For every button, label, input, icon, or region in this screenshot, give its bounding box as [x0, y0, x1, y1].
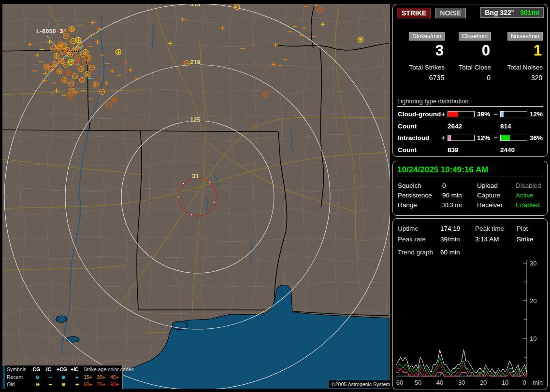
receiver-label: Receiver — [477, 200, 516, 210]
status-panel: 10/24/2025 10:49:16 AM Squelch 0 Upload … — [392, 161, 548, 216]
age-45: 45+ — [110, 374, 123, 381]
total-close-value: 0 — [449, 74, 491, 82]
ic-pos-pct: 12% — [475, 134, 494, 141]
svg-text:30: 30 — [458, 379, 465, 386]
strike-stats-panel: STRIKENOISE Bng 322°301mi Strikes/min Cl… — [392, 4, 548, 157]
ic-neg-pct: 36% — [527, 134, 544, 141]
lightning-type-distribution: Lightning type distribution Cloud-ground… — [393, 98, 547, 157]
svg-text:50: 50 — [415, 379, 421, 386]
persistence-label: Persistence — [398, 191, 442, 200]
trend-graph: 1020306050403020100min — [393, 257, 547, 389]
cg-neg-count: 814 — [500, 123, 527, 130]
plus-sign: + — [441, 134, 448, 141]
recent-cg-neg-icon: ⊖ — [31, 374, 44, 381]
cg-pos-count: 2642 — [448, 123, 475, 130]
svg-text:10: 10 — [502, 379, 508, 386]
svg-text:10: 10 — [530, 335, 536, 342]
trend-graph-window: 60 min — [440, 249, 542, 256]
old-cg-neg-icon: ⊖ — [31, 381, 44, 389]
plot-mode-value: Strike — [517, 234, 542, 245]
range-value: 313 mi — [442, 200, 477, 210]
age-15: 15+ — [84, 374, 97, 381]
legend-symbols-header: Symbols — [7, 366, 31, 374]
uptime-value: 174:19 — [440, 224, 475, 234]
total-strikes-label: Total Strikes — [398, 64, 445, 71]
age-60: 60+ — [84, 381, 97, 389]
capture-label: Capture — [477, 191, 516, 200]
legend-col-ic-pos: +IC — [71, 366, 84, 374]
upload-label: Upload — [477, 181, 516, 191]
svg-text:31: 31 — [192, 172, 199, 180]
noises-per-min-chip: Noises/min — [507, 32, 543, 41]
plus-sign: + — [441, 111, 448, 118]
legend-col-cg-pos: +CG — [57, 366, 71, 374]
peak-rate-label: Peak rate — [398, 234, 440, 245]
persistence-value: 90 min — [442, 191, 477, 200]
svg-text:30: 30 — [530, 260, 536, 267]
ic-neg-count: 2440 — [500, 146, 527, 154]
close-per-min-value: 0 — [449, 41, 491, 60]
legend-age-title: Strike age color codes — [84, 366, 123, 374]
total-noises-value: 320 — [496, 74, 543, 82]
legend-col-cg-neg: -CG — [31, 366, 44, 374]
cg-pos-pct: 39% — [475, 111, 494, 118]
cg-pos-bar — [448, 111, 475, 117]
map-canvas[interactable]: 31321912531 — [2, 4, 390, 389]
peak-time-header: Peak time — [475, 224, 517, 234]
minus-sign: − — [494, 111, 500, 118]
svg-text:60: 60 — [396, 379, 403, 386]
close-per-min-chip: Close/min — [459, 32, 491, 41]
legend-old-label: Old — [7, 381, 31, 389]
app-window: { "map": { "copyright": "©2005 Astrogeni… — [0, 0, 550, 392]
total-strikes-value: 6735 — [398, 74, 445, 82]
old-ic-neg-icon: − — [44, 381, 57, 389]
squelch-label: Squelch — [398, 181, 442, 191]
trend-series-cg_pos — [396, 365, 527, 376]
cg-neg-pct: 12% — [527, 111, 544, 118]
bearing-range: 301mi — [520, 9, 539, 16]
svg-text:219: 219 — [190, 58, 201, 66]
recent-ic-neg-icon: − — [44, 374, 57, 381]
svg-text:min: min — [533, 379, 543, 386]
receiver-status: Enabled — [516, 200, 542, 210]
bearing-readout: Bng 322°301mi — [480, 7, 544, 18]
copyright-notice: ©2005 Astrogenic Systems — [329, 380, 390, 388]
age-75: 75+ — [97, 381, 110, 389]
svg-text:20: 20 — [480, 379, 487, 386]
old-ic-pos-icon: + — [71, 381, 84, 389]
capture-status: Active — [516, 191, 542, 200]
minus-sign: − — [494, 134, 500, 141]
total-close-label: Total Close — [449, 64, 491, 71]
distribution-title: Lightning type distribution — [397, 98, 543, 107]
recent-cg-pos-icon: ⊕ — [57, 374, 71, 381]
old-cg-pos-icon: ⊕ — [57, 381, 71, 389]
ic-neg-bar — [500, 135, 527, 141]
strike-tab-button[interactable]: STRIKE — [397, 8, 431, 18]
uptime-label: Uptime — [398, 224, 440, 234]
ic-pos-bar — [448, 135, 475, 141]
trend-graph-label: Trend graph — [398, 249, 440, 256]
svg-text:125: 125 — [190, 116, 201, 123]
svg-text:20: 20 — [530, 297, 536, 305]
datetime-display: 10/24/2025 10:49:16 AM — [397, 165, 543, 177]
cg-neg-bar — [500, 111, 527, 117]
svg-text:40: 40 — [436, 379, 443, 386]
age-90: 90+ — [110, 381, 123, 389]
count-label: Count — [398, 123, 441, 130]
count-label: Count — [398, 146, 441, 154]
peak-rate-value: 39/min — [440, 234, 475, 245]
squelch-value: 0 — [442, 181, 477, 191]
intracloud-label: Intracloud — [398, 134, 441, 141]
noise-tab-button[interactable]: NOISE — [435, 8, 466, 18]
total-noises-label: Total Noises — [496, 64, 543, 71]
map-view[interactable]: 31321912531 L-6050+3^ Symbols -CG -IC +C… — [2, 4, 390, 389]
strikes-per-min-value: 3 — [398, 41, 445, 60]
trend-panel: Uptime 174:19 Peak time Plot Peak rate 3… — [392, 218, 548, 390]
age-30: 30+ — [97, 374, 110, 381]
upload-status: Disabled — [516, 181, 542, 191]
svg-text:313: 313 — [190, 4, 201, 8]
storm-cell-label: L-6050+3^ — [36, 28, 67, 35]
peak-time-value: 3:14 AM — [475, 234, 517, 245]
legend-col-ic-neg: -IC — [44, 366, 57, 374]
cloud-ground-label: Cloud-ground — [398, 111, 441, 118]
